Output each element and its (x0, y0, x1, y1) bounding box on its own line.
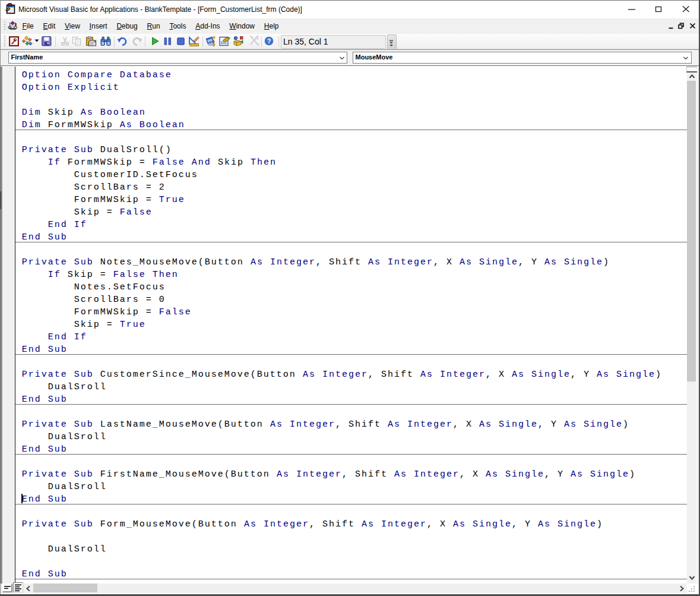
svg-text:?: ? (267, 37, 271, 45)
